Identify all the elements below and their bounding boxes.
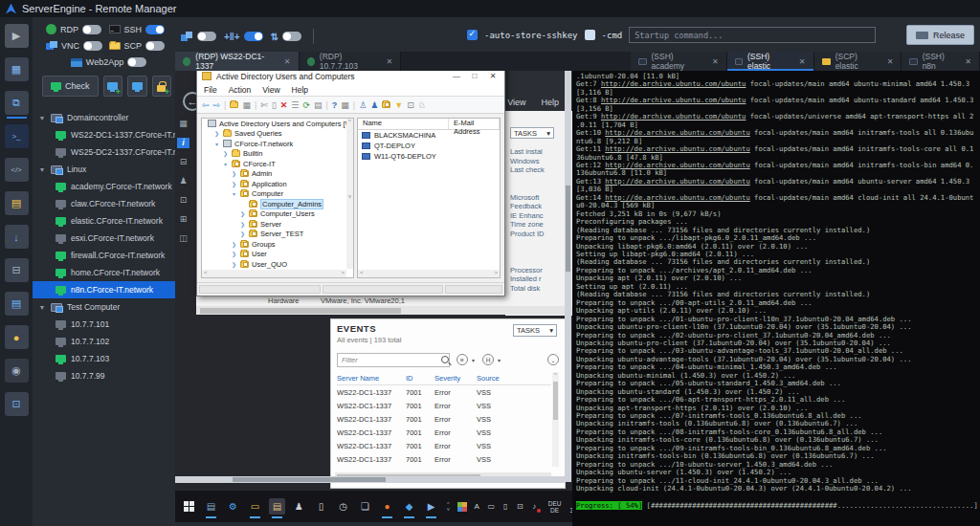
events-row[interactable]: WS22-DC1-13377001ErrorVSS: [337, 399, 551, 412]
host-item[interactable]: elastic.CForce-IT.network: [33, 212, 175, 230]
powershell-icon[interactable]: ▶: [423, 498, 439, 515]
cmd-checkbox[interactable]: [585, 30, 595, 40]
ad-menu-action[interactable]: Action: [229, 85, 252, 95]
ssh-tab[interactable]: (SSH) n8n✕: [902, 52, 980, 71]
firefox-icon[interactable]: ●: [379, 498, 395, 515]
ad-menu-help[interactable]: Help: [292, 85, 308, 95]
ad-menu-view[interactable]: View: [262, 85, 279, 95]
host-item[interactable]: 10.7.7.101: [33, 316, 175, 333]
release-button[interactable]: Release: [906, 25, 974, 45]
sm-menu-help[interactable]: Help: [541, 98, 559, 107]
connect-session-button[interactable]: [127, 76, 147, 97]
sm-menu-view[interactable]: View: [507, 98, 525, 107]
events-row[interactable]: WS22-DC1-13377001ErrorVSS: [337, 439, 551, 452]
ssh-tab[interactable]: (SSH) academy✕: [631, 52, 727, 71]
add-credential-button[interactable]: +: [152, 76, 172, 97]
list-icon[interactable]: ☰: [291, 100, 299, 110]
host-group-test-computer[interactable]: ▼Test Computer: [33, 298, 175, 316]
usb-tray-icon[interactable]: ▯: [501, 501, 511, 512]
ad-tree-node[interactable]: Active Directory Users and Computers [WS…: [202, 119, 353, 129]
ad-tree-node[interactable]: ▾Computer: [202, 189, 353, 200]
filter-icon[interactable]: ▼: [394, 100, 403, 110]
ad-tree-node[interactable]: ❯Server: [202, 219, 353, 230]
delete-icon[interactable]: ✕: [280, 100, 288, 110]
network-tray-icon[interactable]: ▭: [486, 501, 497, 512]
cascade-toggle[interactable]: [181, 32, 216, 42]
new-ou-icon[interactable]: [382, 101, 390, 108]
ad-computer-item[interactable]: QT-DEPLOY: [358, 141, 500, 151]
ad-tree-node[interactable]: ❯User_QUO: [202, 259, 353, 270]
host-item[interactable]: claw.CForce-IT.network: [33, 195, 175, 212]
grouping-button[interactable]: H: [482, 354, 494, 365]
events-tasks-dropdown[interactable]: TASKS ▾: [513, 324, 557, 337]
log-icon[interactable]: ▤: [5, 292, 29, 316]
display-tray-icon[interactable]: ⊡: [515, 501, 525, 512]
run-icon[interactable]: ▶: [5, 24, 29, 48]
refresh-icon[interactable]: ⟳: [302, 100, 310, 110]
servers-icon[interactable]: ⊟: [5, 258, 29, 282]
ad-list-hscrollbar[interactable]: <>: [358, 270, 500, 277]
terminal-icon[interactable]: >_: [5, 124, 29, 148]
sm-nav-item[interactable]: i: [177, 138, 189, 148]
back-icon[interactable]: ⇦: [202, 100, 210, 110]
sm-nav-item[interactable]: ◫: [177, 233, 189, 244]
events-column-header[interactable]: Server Name: [337, 374, 406, 383]
collapse-button[interactable]: ⌄: [547, 354, 559, 365]
events-row[interactable]: WS22-DC1-13377001ErrorVSS: [337, 385, 551, 399]
ad-tree-node[interactable]: ❯Computer_Users: [202, 209, 353, 220]
active-directory-icon[interactable]: ▤: [269, 498, 285, 515]
properties-tasks-dropdown[interactable]: TASKS ▾: [510, 127, 554, 139]
host-item[interactable]: home.CForce-IT.network: [33, 264, 175, 281]
ad-tree-node[interactable]: ❯Saved Queries: [202, 129, 353, 140]
delegate-icon[interactable]: ♘: [418, 100, 426, 110]
ad-tree-node[interactable]: ▾CForce-IT.network: [202, 139, 353, 149]
split-view-toggle[interactable]: +‖+: [224, 32, 263, 42]
sm-nav-item[interactable]: ♟: [177, 176, 189, 186]
rdp-tab[interactable]: (RDP) 10.7.7.103✕: [300, 52, 402, 71]
schedule-icon[interactable]: ▦: [5, 57, 29, 81]
rdp-vertical-scrollbar[interactable]: [565, 71, 571, 482]
language-indicator[interactable]: DEUDE: [548, 500, 562, 514]
ad-tree-node[interactable]: ❯Builtin: [202, 149, 353, 160]
ad-tree-node[interactable]: ❯Server_TEST: [202, 230, 353, 240]
computer-icon[interactable]: ⊡: [407, 100, 414, 110]
code-icon[interactable]: </>: [5, 158, 29, 182]
rdp-tab[interactable]: (RDP) WS22-DC1-1337✕: [175, 52, 300, 71]
ad-tree-hscrollbar[interactable]: <>: [202, 270, 346, 277]
monitor-icon[interactable]: ⊡: [5, 392, 29, 416]
server-manager-icon[interactable]: ▤: [203, 498, 219, 515]
check-button[interactable]: Check: [42, 76, 99, 97]
ad-sites-icon[interactable]: ♟: [291, 498, 307, 515]
messages-icon[interactable]: ❏: [357, 498, 373, 515]
help-icon[interactable]: ?: [332, 100, 338, 110]
add-computer-button[interactable]: +: [103, 76, 123, 97]
host-group-linux[interactable]: ▼Linux: [33, 161, 175, 178]
events-filter-input[interactable]: [337, 353, 450, 367]
start-button[interactable]: [181, 498, 197, 515]
events-column-header[interactable]: Source: [477, 374, 524, 383]
ssh-terminal[interactable]: .1ubuntu0-20.04 [11.0 kB]Get:7 http://de…: [572, 71, 980, 526]
ad-tree-node[interactable]: ❯User: [202, 250, 353, 260]
ssh-toggle[interactable]: [145, 25, 165, 34]
host-item[interactable]: 10.7.7.103: [33, 350, 175, 367]
server-manager-hscrollbar[interactable]: [196, 306, 572, 315]
events-vscrollbar[interactable]: ^: [552, 372, 559, 467]
ad-window-titlebar[interactable]: Active Directory Users and Computers — □…: [197, 71, 504, 84]
column-name[interactable]: Name: [358, 119, 449, 129]
file-explorer-icon[interactable]: ▭: [247, 498, 263, 515]
filter-criteria-button[interactable]: ≡: [457, 354, 468, 365]
audio-tray-icon[interactable]: ♪: [529, 501, 540, 512]
auto-store-sshkey-checkbox[interactable]: [467, 30, 478, 40]
azure-module-icon[interactable]: ◆: [401, 498, 417, 515]
web2app-toggle[interactable]: [127, 57, 146, 67]
sm-nav-item[interactable]: ⊟: [177, 157, 189, 167]
sm-nav-item[interactable]: ▦: [177, 119, 189, 129]
tray-expand-chevrons[interactable]: ^v: [447, 502, 450, 512]
ime-tray-icon[interactable]: A: [472, 501, 482, 512]
host-item[interactable]: WS25-DC2-1337.CForce-IT.network: [33, 143, 175, 161]
host-item[interactable]: 10.7.7.102: [33, 333, 175, 350]
ad-tree-node[interactable]: ❯Groups: [202, 239, 353, 250]
ssh-tab[interactable]: (SSH) elastic✕: [727, 52, 814, 71]
table-icon[interactable]: ▦: [341, 100, 349, 110]
host-item[interactable]: WS22-DC1-1337.CForce-IT.network: [33, 126, 175, 143]
